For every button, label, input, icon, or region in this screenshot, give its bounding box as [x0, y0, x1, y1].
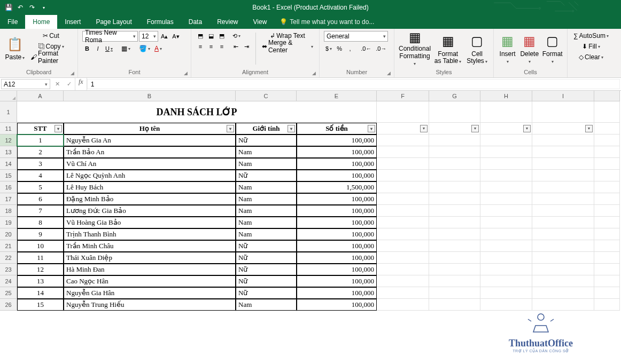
- decrease-decimal-icon[interactable]: .0→: [374, 44, 388, 53]
- cell-gioitinh[interactable]: Nam: [236, 181, 297, 193]
- cell[interactable]: [594, 287, 620, 299]
- filter-arrow-icon[interactable]: ▾: [471, 125, 479, 132]
- cell-sotien[interactable]: 100,000: [297, 228, 377, 240]
- row-header[interactable]: 20: [0, 228, 17, 240]
- filter-arrow-icon[interactable]: ▾: [368, 125, 375, 132]
- cell-stt[interactable]: 12: [17, 264, 64, 275]
- cell[interactable]: [532, 299, 594, 311]
- format-painter-button[interactable]: 🖌Format Painter: [29, 52, 73, 62]
- row-header[interactable]: 13: [0, 146, 17, 158]
- cell-hoten[interactable]: Vũ Hoàng Gia Bảo: [64, 217, 236, 228]
- cell[interactable]: [594, 123, 620, 134]
- cell-gioitinh[interactable]: Nữ: [236, 275, 297, 287]
- cell-hoten[interactable]: Trịnh Thanh Bình: [64, 228, 236, 240]
- fx-icon[interactable]: fx: [75, 78, 87, 90]
- cell-hoten[interactable]: Hà Minh Đan: [64, 264, 236, 275]
- cell-sotien[interactable]: 100,000: [297, 170, 377, 181]
- cell-gioitinh[interactable]: Nam: [236, 146, 297, 158]
- cell[interactable]: [480, 240, 532, 252]
- cell[interactable]: [532, 264, 594, 275]
- cell[interactable]: [532, 252, 594, 264]
- cell[interactable]: [429, 228, 480, 240]
- row-header[interactable]: 18: [0, 205, 17, 217]
- cell[interactable]: [480, 275, 532, 287]
- insert-cells-button[interactable]: ▦Insert: [498, 31, 517, 66]
- cell[interactable]: [377, 217, 429, 228]
- align-left-icon[interactable]: ≡: [196, 42, 205, 51]
- cell[interactable]: [532, 217, 594, 228]
- format-cells-button[interactable]: ▢Format: [542, 31, 563, 66]
- cell-hoten[interactable]: Cao Ngọc Hân: [64, 275, 236, 287]
- cell[interactable]: [377, 287, 429, 299]
- cell-sotien[interactable]: 100,000: [297, 158, 377, 170]
- cell-gioitinh[interactable]: Nữ: [236, 240, 297, 252]
- cell[interactable]: [480, 193, 532, 205]
- font-size-combo[interactable]: 12: [139, 31, 158, 42]
- increase-font-icon[interactable]: A▴: [159, 31, 169, 41]
- cell[interactable]: [532, 240, 594, 252]
- row-header[interactable]: 11: [0, 123, 17, 134]
- cell[interactable]: [429, 101, 480, 123]
- cell[interactable]: [480, 101, 532, 123]
- accounting-format-icon[interactable]: $: [324, 44, 333, 53]
- borders-button[interactable]: ▦: [120, 44, 132, 53]
- cell[interactable]: [429, 240, 480, 252]
- row-header[interactable]: 25: [0, 287, 17, 299]
- cell-sotien[interactable]: 100,000: [297, 264, 377, 275]
- increase-decimal-icon[interactable]: .0←: [359, 44, 373, 53]
- cell-hoten[interactable]: Trần Minh Châu: [64, 240, 236, 252]
- cell-sotien[interactable]: 100,000: [297, 240, 377, 252]
- cell-gioitinh[interactable]: Nam: [236, 228, 297, 240]
- row-header[interactable]: 19: [0, 217, 17, 228]
- cell-gioitinh[interactable]: Nam: [236, 299, 297, 311]
- cell[interactable]: [480, 146, 532, 158]
- row-header[interactable]: 1: [0, 101, 17, 123]
- cell[interactable]: ▾: [429, 123, 480, 134]
- cell[interactable]: [377, 228, 429, 240]
- row-header[interactable]: 14: [0, 158, 17, 170]
- cell-gioitinh[interactable]: Nam: [236, 193, 297, 205]
- cell[interactable]: [532, 228, 594, 240]
- cell-stt[interactable]: 11: [17, 252, 64, 264]
- cell[interactable]: [377, 252, 429, 264]
- clear-button[interactable]: ◇Clear: [572, 52, 610, 62]
- tab-view[interactable]: View: [246, 15, 275, 29]
- row-header[interactable]: 15: [0, 170, 17, 181]
- row-header[interactable]: 22: [0, 252, 17, 264]
- redo-icon[interactable]: ↷: [28, 3, 36, 12]
- cell[interactable]: [594, 205, 620, 217]
- align-right-icon[interactable]: ≡: [217, 42, 227, 51]
- cell-hoten[interactable]: Trần Bảo An: [64, 146, 236, 158]
- alignment-launcher-icon[interactable]: ◢: [310, 70, 317, 76]
- cell-sotien[interactable]: 100,000: [297, 299, 377, 311]
- cell[interactable]: [480, 170, 532, 181]
- cell[interactable]: [594, 228, 620, 240]
- align-bottom-icon[interactable]: ⬒: [217, 31, 227, 41]
- cell-sotien[interactable]: 100,000: [297, 205, 377, 217]
- comma-format-icon[interactable]: ,: [345, 44, 355, 53]
- cell[interactable]: [532, 158, 594, 170]
- cell-sotien[interactable]: 1,500,000: [297, 181, 377, 193]
- col-header-E[interactable]: E: [297, 91, 377, 101]
- filter-arrow-icon[interactable]: ▾: [288, 125, 295, 132]
- cell-stt[interactable]: 5: [17, 181, 64, 193]
- cell-sotien[interactable]: 100,000: [297, 275, 377, 287]
- orientation-icon[interactable]: ⟲: [231, 31, 242, 41]
- cell[interactable]: [594, 264, 620, 275]
- cell[interactable]: [480, 205, 532, 217]
- save-icon[interactable]: 💾: [4, 3, 13, 12]
- cell[interactable]: [594, 146, 620, 158]
- cell[interactable]: [377, 240, 429, 252]
- cell[interactable]: [480, 158, 532, 170]
- col-header-I[interactable]: I: [532, 91, 594, 101]
- align-middle-icon[interactable]: ⬓: [206, 31, 216, 41]
- fill-color-button[interactable]: 🪣: [137, 44, 152, 53]
- tab-formulas[interactable]: Formulas: [139, 15, 181, 29]
- cell-sotien[interactable]: 100,000: [297, 134, 377, 146]
- cell[interactable]: [480, 299, 532, 311]
- cell-stt[interactable]: 15: [17, 299, 64, 311]
- undo-icon[interactable]: ↶: [16, 3, 25, 12]
- row-header[interactable]: 23: [0, 264, 17, 275]
- col-header-G[interactable]: G: [429, 91, 480, 101]
- cell[interactable]: [532, 134, 594, 146]
